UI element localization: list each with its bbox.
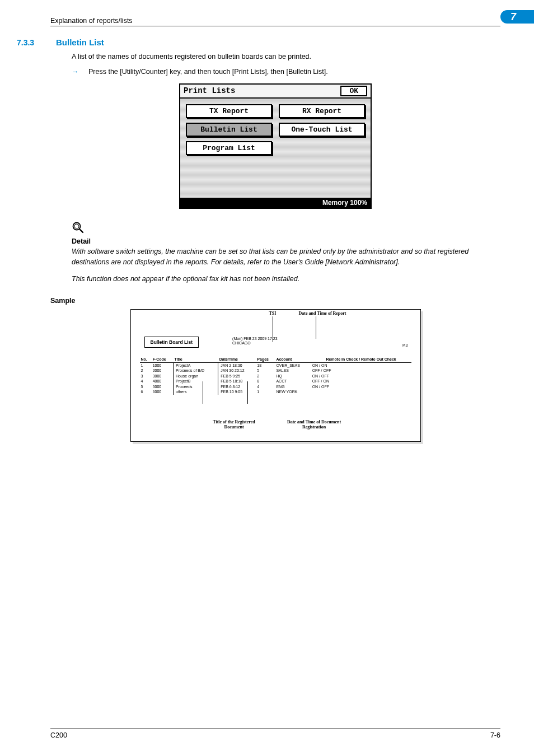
col-fcode: F-Code: [152, 357, 174, 363]
step-text: Press the [Utility/Counter] key, and the…: [88, 67, 328, 77]
footer-model: C200: [50, 731, 67, 739]
lcd-btn-bulletin-list[interactable]: Bulletin List: [186, 123, 272, 137]
lcd-screenshot: Print Lists OK TX Report RX Report Bulle…: [179, 83, 372, 209]
table-row: 11000 ProjectA JAN 2 18:30 18OVER_SEASON…: [140, 363, 411, 368]
col-account: Account: [275, 357, 311, 363]
report-meta-tsi: CHICAGO: [232, 341, 278, 346]
leader-label-tsi: TSI: [269, 311, 277, 316]
svg-line-2: [79, 229, 83, 232]
intro-text: A list of the names of documents registe…: [72, 52, 500, 62]
note-para-2: This function does not appear if the opt…: [72, 274, 500, 284]
col-pages: Pages: [256, 357, 275, 363]
svg-point-1: [74, 224, 79, 228]
lcd-btn-tx-report[interactable]: TX Report: [186, 104, 272, 118]
annot-doc-date: Date and Time of Document Registration: [280, 419, 348, 430]
running-head: Explanation of reports/lists: [50, 17, 133, 25]
col-no: No.: [140, 357, 152, 363]
report-meta-date: (Mon) FEB 23 2009 17:23: [232, 337, 278, 341]
arrow-icon: →: [72, 67, 88, 77]
lcd-memory-indicator: Memory 100%: [180, 198, 371, 208]
sample-label: Sample: [50, 297, 500, 305]
step-row: → Press the [Utility/Counter] key, and t…: [72, 67, 500, 77]
lcd-btn-onetouch-list[interactable]: One-Touch List: [279, 123, 365, 137]
leader-label-datetime: Date and Time of Report: [299, 311, 346, 316]
report-table: No. F-Code Title Date/Time Pages Account…: [140, 357, 411, 395]
lcd-title: Print Lists: [184, 86, 235, 95]
chapter-badge: 7: [500, 10, 534, 24]
annot-doc-title: Title of the Registered Document: [203, 419, 265, 430]
magnifier-icon: [72, 221, 500, 235]
table-row: 44000 ProjectB FEB 5 18:18 8ACCTOFF / ON: [140, 379, 411, 384]
table-row: 66000 others FEB 10 9:05 1NEW YORK: [140, 389, 411, 394]
report-page-num: P.3: [402, 343, 408, 348]
note-para-1: With software switch settings, the machi…: [72, 246, 500, 268]
footer-page: 7-6: [490, 731, 500, 739]
col-datetime: Date/Time: [218, 357, 256, 363]
report-title-box: Bulletin Board List: [144, 337, 199, 348]
table-row: 33000 House organ FEB 5 9:25 2HQON / OFF: [140, 374, 411, 379]
table-row: 55000 Proceeds FEB 6 8:12 4ENGON / OFF: [140, 384, 411, 389]
col-title: Title: [174, 357, 218, 363]
lcd-btn-program-list[interactable]: Program List: [186, 141, 272, 155]
section-title: Bulletin List: [56, 38, 104, 47]
lcd-btn-rx-report[interactable]: RX Report: [279, 104, 365, 118]
table-row: 22000 Proceeds of B/D JAN 30 20:12 5SALE…: [140, 368, 411, 374]
col-remote: Remote In Check / Remote Out Check: [311, 357, 411, 363]
section-number: 7.3.3: [17, 38, 56, 47]
note-heading: Detail: [72, 237, 500, 245]
sample-report: TSI Date and Time of Report P.3 Bulletin…: [130, 309, 421, 442]
lcd-ok-button[interactable]: OK: [340, 86, 367, 96]
